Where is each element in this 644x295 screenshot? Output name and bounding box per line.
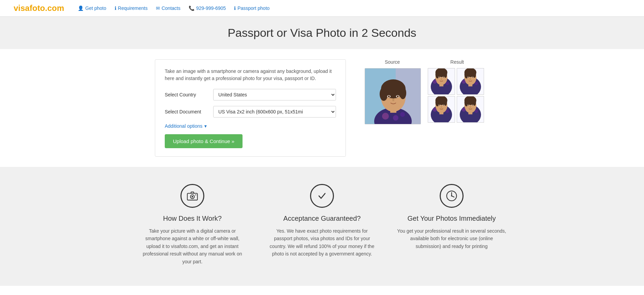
person-icon: 👤 bbox=[78, 5, 84, 11]
additional-options-label: Additional options bbox=[165, 123, 203, 129]
svg-point-27 bbox=[441, 78, 442, 80]
preview-images bbox=[365, 68, 484, 124]
form-description: Take an image with a smartphone or camer… bbox=[165, 68, 336, 82]
svg-point-29 bbox=[446, 82, 449, 85]
nav-requirements[interactable]: ℹ Requirements bbox=[115, 5, 148, 11]
svg-point-28 bbox=[433, 80, 437, 84]
svg-point-40 bbox=[471, 77, 473, 78]
hero-title: Passport or Visa Photo in 2 Seconds bbox=[7, 26, 637, 40]
svg-point-53 bbox=[439, 105, 440, 106]
svg-point-26 bbox=[443, 77, 444, 78]
feature-get-photos: Get Your Photos Immediately You get your… bbox=[397, 184, 506, 265]
checkmark-icon bbox=[310, 184, 334, 208]
result-photo-4 bbox=[457, 96, 484, 123]
info2-icon: ℹ bbox=[234, 5, 236, 11]
svg-point-79 bbox=[451, 195, 452, 197]
feature-photos-title: Get Your Photos Immediately bbox=[397, 215, 506, 222]
svg-point-57 bbox=[446, 110, 449, 113]
svg-point-43 bbox=[474, 82, 478, 85]
photo-preview: Source Result bbox=[360, 59, 489, 124]
source-label: Source bbox=[385, 59, 400, 65]
features-container: How Does It Work? Take your picture with… bbox=[134, 184, 510, 265]
svg-rect-75 bbox=[195, 195, 196, 195]
navbar: visafoto.com 👤 Get photo ℹ Requirements … bbox=[0, 0, 644, 17]
svg-point-55 bbox=[441, 106, 442, 108]
svg-point-5 bbox=[400, 112, 405, 117]
svg-point-14 bbox=[397, 96, 399, 97]
document-row: Select Document US Visa 2x2 inch (600x60… bbox=[165, 106, 336, 118]
svg-point-42 bbox=[462, 80, 466, 84]
additional-options-link[interactable]: Additional options ▾ bbox=[165, 123, 207, 129]
feature-how-it-works: How Does It Work? Take your picture with… bbox=[138, 184, 247, 265]
svg-point-54 bbox=[443, 105, 444, 106]
document-label: Select Document bbox=[165, 109, 209, 114]
phone-icon: 📞 bbox=[189, 5, 194, 11]
source-photo bbox=[365, 68, 421, 124]
result-photo-grid bbox=[428, 68, 484, 123]
svg-point-15 bbox=[392, 98, 394, 101]
result-photo-1 bbox=[428, 68, 455, 95]
svg-point-69 bbox=[470, 106, 471, 108]
nav-phone[interactable]: 📞 929-999-6905 bbox=[189, 5, 226, 11]
svg-point-70 bbox=[462, 108, 466, 112]
hero-section: Passport or Visa Photo in 2 Seconds bbox=[0, 17, 644, 49]
envelope-icon: ✉ bbox=[156, 5, 160, 11]
nav-passport-photo[interactable]: ℹ Passport photo bbox=[234, 5, 269, 11]
chevron-down-icon: ▾ bbox=[204, 123, 207, 129]
svg-point-10 bbox=[399, 87, 406, 99]
upload-button-label: Upload photo & Continue » bbox=[173, 138, 234, 144]
upload-button[interactable]: Upload photo & Continue » bbox=[165, 134, 243, 148]
nav-get-photo[interactable]: 👤 Get photo bbox=[78, 5, 106, 11]
feature-acceptance-desc: Yes. We have exact photo requirements fo… bbox=[267, 227, 377, 258]
result-label: Result bbox=[450, 59, 464, 65]
svg-point-13 bbox=[388, 96, 390, 97]
feature-acceptance-title: Acceptance Guaranteed? bbox=[267, 215, 377, 222]
feature-acceptance: Acceptance Guaranteed? Yes. We have exac… bbox=[267, 184, 377, 265]
camera-icon bbox=[180, 184, 204, 208]
main-section: Take an image with a smartphone or camer… bbox=[0, 49, 644, 167]
features-section: How Does It Work? Take your picture with… bbox=[0, 167, 644, 286]
svg-point-3 bbox=[382, 113, 389, 120]
svg-point-67 bbox=[468, 105, 469, 106]
svg-point-4 bbox=[393, 115, 398, 121]
svg-point-74 bbox=[192, 196, 193, 198]
clock-icon bbox=[440, 184, 464, 208]
logo[interactable]: visafoto.com bbox=[14, 3, 64, 13]
feature-how-desc: Take your picture with a digital camera … bbox=[138, 227, 247, 265]
country-select[interactable]: United States United Kingdom Canada Aust… bbox=[213, 89, 336, 100]
document-select[interactable]: US Visa 2x2 inch (600x600 px, 51x51mi US… bbox=[213, 106, 336, 118]
form-card: Take an image with a smartphone or camer… bbox=[155, 59, 346, 157]
feature-photos-desc: You get your professional result in seve… bbox=[397, 227, 506, 250]
preview-labels: Source Result bbox=[360, 59, 489, 65]
country-label: Select Country bbox=[165, 92, 209, 97]
result-photo-2 bbox=[457, 68, 484, 95]
logo-text: visafoto.com bbox=[14, 3, 64, 13]
result-photo-3 bbox=[428, 96, 455, 123]
feature-how-title: How Does It Work? bbox=[138, 215, 247, 222]
svg-point-68 bbox=[471, 105, 473, 106]
svg-point-41 bbox=[470, 78, 471, 80]
svg-point-39 bbox=[468, 77, 469, 78]
info-icon: ℹ bbox=[115, 5, 116, 11]
nav-links: 👤 Get photo ℹ Requirements ✉ Contacts 📞 … bbox=[78, 5, 269, 11]
svg-point-56 bbox=[433, 108, 437, 112]
svg-point-25 bbox=[439, 77, 440, 78]
svg-point-71 bbox=[474, 110, 478, 113]
country-row: Select Country United States United King… bbox=[165, 89, 336, 100]
nav-contacts[interactable]: ✉ Contacts bbox=[156, 5, 180, 11]
